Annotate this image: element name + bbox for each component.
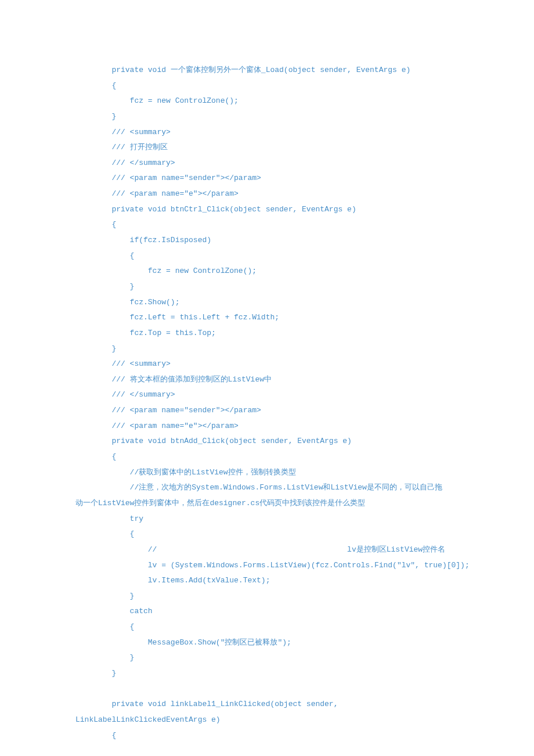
- code-line: catch: [75, 604, 459, 620]
- code-line: }: [75, 650, 459, 666]
- code-line: }: [75, 589, 459, 604]
- code-line: private void btnAdd_Click(object sender,…: [75, 434, 459, 449]
- code-line: fcz = new ControlZone();: [75, 93, 459, 109]
- code-line: [75, 682, 459, 697]
- code-line: /// </summary>: [75, 387, 459, 403]
- code-line: /// <param name="e"></param>: [75, 186, 459, 202]
- code-line: {: [75, 78, 459, 94]
- code-line: }: [75, 279, 459, 295]
- code-line: /// <summary>: [75, 125, 459, 141]
- code-line: {: [75, 620, 459, 635]
- code-line: {: [75, 217, 459, 233]
- code-line: MessageBox.Show("控制区已被释放");: [75, 635, 459, 651]
- code-line: fcz.Top = this.Top;: [75, 326, 459, 341]
- code-line: }: [75, 341, 459, 357]
- code-line: private void linkLabel1_LinkClicked(obje…: [75, 697, 459, 712]
- document-page: private void 一个窗体控制另外一个窗体_Load(object se…: [0, 0, 534, 756]
- code-line: lv = (System.Windows.Forms.ListView)(fcz…: [75, 558, 459, 574]
- code-line: {: [75, 249, 459, 264]
- code-line: fcz.Left = this.Left + fcz.Width;: [75, 310, 459, 326]
- code-line: /// <param name="sender"></param>: [75, 403, 459, 419]
- code-line: /// 将文本框的值添加到控制区的ListView中: [75, 372, 459, 388]
- code-line: /// <summary>: [75, 357, 459, 372]
- code-line: /// <param name="e"></param>: [75, 419, 459, 434]
- code-line: fcz = new ControlZone();: [75, 264, 459, 279]
- code-line: if(fcz.IsDisposed): [75, 233, 459, 249]
- code-line: /// </summary>: [75, 156, 459, 171]
- code-line: //注意，次地方的System.Windows.Forms.ListView和L…: [75, 480, 459, 496]
- code-line: {: [75, 728, 459, 744]
- code-line: /// <param name="sender"></param>: [75, 171, 459, 186]
- code-line: }: [75, 109, 459, 125]
- code-line: LinkLabelLinkClickedEventArgs e): [75, 712, 459, 728]
- code-line: try: [75, 512, 459, 527]
- code-line: /// 打开控制区: [75, 140, 459, 156]
- code-line: private void 一个窗体控制另外一个窗体_Load(object se…: [75, 63, 459, 78]
- code-line: //获取到窗体中的ListView控件，强制转换类型: [75, 465, 459, 481]
- code-line: fcz.Show();: [75, 295, 459, 311]
- code-line: {: [75, 527, 459, 542]
- code-line: private void btnCtrl_Click(object sender…: [75, 202, 459, 218]
- code-line: lv.Items.Add(txValue.Text);: [75, 573, 459, 589]
- code-line: // lv是控制区ListView控件名: [75, 542, 459, 558]
- code-line: }: [75, 666, 459, 682]
- code-line: {: [75, 449, 459, 465]
- code-line: 动一个ListView控件到窗体中，然后在designer.cs代码页中找到该控…: [75, 496, 459, 512]
